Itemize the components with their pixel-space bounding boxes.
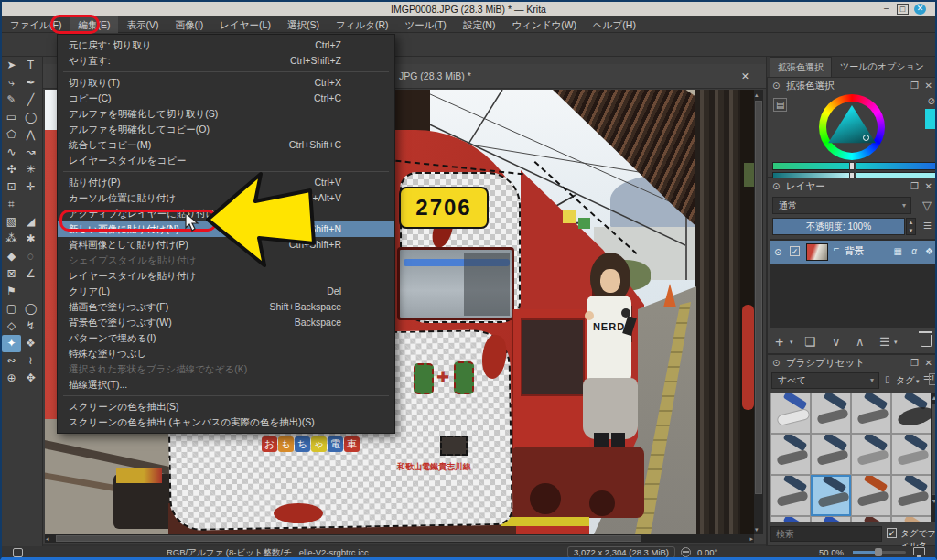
tag-bookmark-icon[interactable]: ▯ bbox=[885, 374, 890, 384]
float-panel-icon[interactable]: ❐ bbox=[910, 81, 919, 91]
menu-item-redo[interactable]: やり直す:Ctrl+Shift+Z bbox=[58, 53, 394, 69]
menu-item-fill-foreground[interactable]: 描画色で塗りつぶす(F)Shift+Backspace bbox=[58, 299, 394, 315]
layer-opacity-slider[interactable]: 不透明度: 100% bbox=[772, 218, 905, 235]
inherit-alpha-icon[interactable]: ▦ bbox=[894, 246, 902, 256]
crop-tool[interactable]: ⌗ bbox=[2, 196, 21, 213]
preset-filter-select[interactable]: すべて ▾ bbox=[771, 372, 879, 389]
menu-window[interactable]: ウィンドウ(W) bbox=[503, 16, 585, 33]
scroll-up-icon[interactable]: ▴ bbox=[755, 91, 759, 99]
menu-item-cut-sharp[interactable]: アルファを明確化して切り取り(S) bbox=[58, 106, 394, 122]
polygonal-select-tool[interactable]: ◇ bbox=[2, 318, 21, 335]
document-close-icon[interactable]: ✕ bbox=[741, 64, 749, 88]
menu-item-copy-merged[interactable]: 統合してコピー(M)Ctrl+Shift+C bbox=[58, 137, 394, 153]
scroll-left-icon[interactable]: ◂ bbox=[46, 534, 49, 543]
close-panel-icon[interactable]: ✕ bbox=[925, 181, 932, 191]
add-layer-dropdown-icon[interactable]: ▾ bbox=[790, 339, 793, 346]
layer-properties-dropdown-icon[interactable]: ▾ bbox=[894, 339, 898, 346]
vscroll-thumb[interactable] bbox=[755, 101, 762, 494]
menu-view[interactable]: 表示(V) bbox=[118, 16, 167, 33]
fill-tool[interactable]: ◆ bbox=[2, 248, 21, 265]
delete-layer-icon[interactable] bbox=[921, 335, 932, 347]
preset-search-input[interactable]: 検索 bbox=[770, 526, 882, 542]
brush-preset[interactable] bbox=[851, 516, 891, 522]
color-settings-icon[interactable]: ▤ bbox=[773, 98, 787, 112]
zoom-tool[interactable]: ⊕ bbox=[2, 370, 21, 387]
pattern-edit-tool[interactable]: ⁂ bbox=[2, 231, 21, 248]
freehand-path-tool[interactable]: ↝ bbox=[21, 144, 40, 161]
color-sampler-tool[interactable]: ◢ bbox=[21, 213, 40, 231]
move-layer-down-icon[interactable]: ∨ bbox=[832, 335, 841, 349]
move-tool[interactable]: ✛ bbox=[21, 178, 40, 196]
freehand-select-tool[interactable]: ↯ bbox=[21, 318, 40, 335]
tag-dropdown-icon[interactable]: ▾ bbox=[916, 378, 920, 385]
minimize-button[interactable]: – bbox=[880, 4, 892, 15]
edit-shapes-tool[interactable]: ⤷ bbox=[2, 74, 21, 92]
brush-preset[interactable] bbox=[811, 516, 851, 522]
polyline-tool[interactable]: ⋀ bbox=[21, 126, 40, 144]
close-button[interactable]: ✕ bbox=[914, 4, 926, 15]
menu-filter[interactable]: フィルタ(R) bbox=[328, 16, 397, 33]
dynamic-brush-tool[interactable]: ✣ bbox=[2, 161, 21, 178]
brush-preset[interactable] bbox=[851, 434, 891, 475]
brush-preset[interactable] bbox=[770, 516, 811, 522]
pan-tool[interactable]: ✥ bbox=[21, 370, 40, 387]
tag-filter-checkbox[interactable]: ✓ bbox=[887, 528, 897, 538]
menu-item-clear[interactable]: クリア(L)Del bbox=[58, 284, 394, 299]
menu-item-undo[interactable]: 元に戻す: 切り取りCtrl+Z bbox=[58, 38, 394, 53]
text-tool[interactable]: T bbox=[21, 57, 40, 74]
menu-item-stroke-selection[interactable]: 描線選択(T)... bbox=[58, 377, 394, 393]
menu-layer[interactable]: レイヤー(L) bbox=[211, 16, 279, 33]
assistants-tool[interactable]: ⊠ bbox=[2, 265, 21, 283]
polygon-tool[interactable]: ⬠ bbox=[2, 126, 21, 144]
rotation-angle[interactable]: 0.00° bbox=[697, 547, 717, 557]
reference-images-tool[interactable]: ⚑ bbox=[2, 283, 21, 300]
canvas-hscrollbar[interactable]: ◂ ▸ bbox=[45, 534, 754, 543]
menu-item-sample-screen-color[interactable]: スクリーンの色を抽出(S) bbox=[58, 399, 394, 415]
canvas-vscrollbar[interactable]: ▴ ▾ bbox=[754, 90, 763, 534]
layer-row-background[interactable]: ⊙ ✓ ⌐ 背景 ▦ α ❖ bbox=[770, 241, 937, 264]
duplicate-layer-icon[interactable]: ❏ bbox=[804, 334, 816, 349]
line-tool[interactable]: ╱ bbox=[21, 92, 40, 109]
brush-preset[interactable] bbox=[891, 393, 932, 434]
shade-bar-handle[interactable] bbox=[849, 162, 855, 170]
float-panel-icon[interactable]: ❐ bbox=[910, 358, 919, 368]
similar-color-select-tool[interactable]: ❖ bbox=[21, 335, 40, 352]
brush-preset[interactable] bbox=[891, 516, 932, 522]
zoom-percent[interactable]: 50.0% bbox=[819, 547, 844, 557]
rectangle-tool[interactable]: ▭ bbox=[2, 109, 21, 126]
freehand-brush-tool[interactable]: ✎ bbox=[2, 92, 21, 109]
tab-advanced-color-selector[interactable]: 拡張色選択 bbox=[770, 57, 832, 77]
bezier-select-tool[interactable]: ∾ bbox=[2, 352, 21, 370]
menu-item-sample-screen-color-real[interactable]: スクリーンの色を抽出 (キャンバスの実際の色を抽出)(S) bbox=[58, 415, 394, 430]
brush-preset[interactable] bbox=[891, 434, 932, 475]
layer-options-icon[interactable]: ☰ bbox=[923, 221, 932, 231]
maximize-button[interactable]: □ bbox=[897, 4, 909, 15]
brush-preset[interactable] bbox=[811, 393, 851, 434]
brush-preset[interactable] bbox=[770, 475, 811, 516]
tag-label[interactable]: タグ bbox=[896, 374, 914, 387]
layer-opacity-spinner[interactable]: ▲▼ bbox=[906, 218, 916, 235]
scroll-down-icon[interactable]: ▾ bbox=[755, 525, 759, 533]
tab-tool-options[interactable]: ツールのオプション bbox=[833, 57, 932, 77]
fit-screen-icon[interactable] bbox=[913, 547, 925, 555]
add-layer-icon[interactable]: + bbox=[775, 334, 783, 350]
menu-item-copy[interactable]: コピー(C)Ctrl+C bbox=[58, 91, 394, 106]
enclose-fill-tool[interactable]: ◌ bbox=[21, 248, 40, 265]
no-color-icon[interactable]: ⊘ bbox=[928, 96, 935, 106]
calligraphy-tool[interactable]: ✒ bbox=[21, 74, 40, 92]
hscroll-thumb[interactable] bbox=[56, 535, 641, 542]
menu-help[interactable]: ヘルプ(H) bbox=[585, 16, 644, 33]
menu-item-fill-background[interactable]: 背景色で塗りつぶす(W)Backspace bbox=[58, 315, 394, 330]
layer-name[interactable]: 背景 bbox=[845, 245, 864, 258]
menu-item-fill-pattern[interactable]: パターンで埋める(I) bbox=[58, 330, 394, 346]
close-panel-icon[interactable]: ✕ bbox=[925, 81, 932, 91]
rectangular-select-tool[interactable]: ▢ bbox=[2, 300, 21, 318]
menu-image[interactable]: 画像(I) bbox=[167, 16, 211, 33]
rotation-icon[interactable] bbox=[681, 547, 691, 557]
elliptical-select-tool[interactable]: ◯ bbox=[21, 300, 40, 318]
window-titlebar[interactable]: IMGP0008.JPG (28.3 MiB) * — Krita bbox=[2, 2, 935, 16]
scroll-right-icon[interactable]: ▸ bbox=[749, 534, 753, 543]
zoom-slider-handle[interactable] bbox=[875, 548, 882, 556]
panel-lock-icon[interactable]: ⊙ bbox=[772, 181, 780, 191]
alpha-lock-icon[interactable]: α bbox=[911, 246, 917, 256]
